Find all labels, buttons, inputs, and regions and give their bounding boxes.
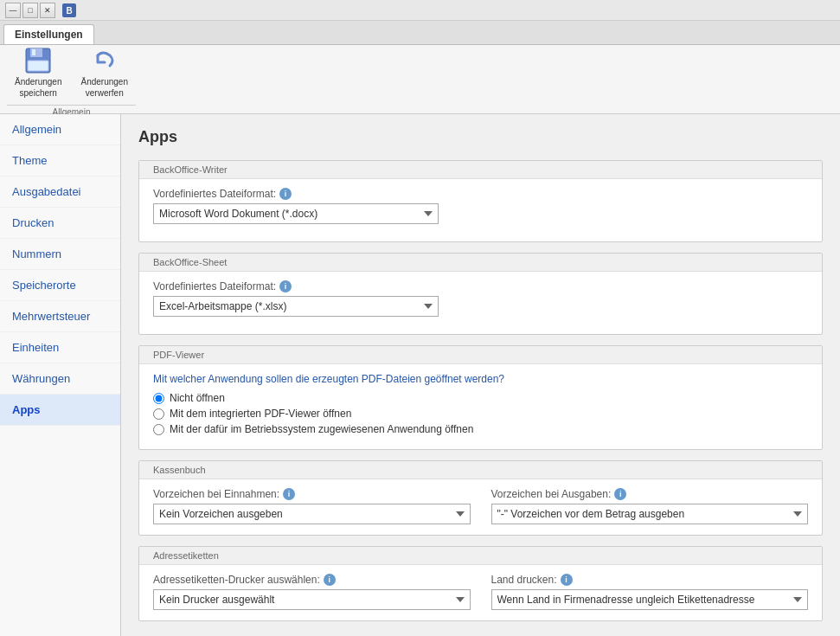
backoffice-writer-label: BackOffice-Writer: [139, 161, 822, 179]
sheet-format-select[interactable]: Excel-Arbeitsmappe (*.xlsx) OpenDocument…: [153, 296, 439, 317]
backoffice-writer-section: BackOffice-Writer Vordefiniertes Dateifo…: [138, 160, 823, 242]
undo-icon: [91, 47, 119, 74]
writer-format-info-icon[interactable]: i: [279, 188, 292, 200]
tab-einstellungen[interactable]: Einstellungen: [3, 24, 94, 44]
sidebar-item-einheiten[interactable]: Einheiten: [0, 332, 120, 363]
pdf-option-system: Mit der dafür im Betriebssystem zugewies…: [153, 423, 808, 435]
pdf-radio-system[interactable]: [153, 424, 164, 435]
writer-format-label: Vordefiniertes Dateiformat: i: [153, 188, 808, 200]
close-button[interactable]: ✕: [40, 3, 55, 18]
ausgaben-col: Vorzeichen bei Ausgaben: i Kein Vorzeich…: [491, 488, 809, 524]
kassenbuch-fields: Vorzeichen bei Einnahmen: i Kein Vorzeic…: [153, 488, 808, 524]
pdf-question: Mit welcher Anwendung sollen die erzeugt…: [153, 373, 808, 385]
pdf-radio-not-open[interactable]: [153, 393, 164, 404]
drucker-select[interactable]: Kein Drucker ausgewählt: [153, 589, 471, 610]
sidebar-item-theme[interactable]: Theme: [0, 145, 120, 177]
sidebar-item-apps[interactable]: Apps: [0, 395, 120, 426]
pdf-viewer-label: PDF-Viewer: [139, 346, 822, 364]
writer-format-field: Vordefiniertes Dateiformat: i Microsoft …: [153, 188, 808, 224]
svg-text:B: B: [66, 6, 72, 16]
pdf-radio-integrated[interactable]: [153, 408, 164, 420]
title-bar: — □ ✕ B: [0, 0, 840, 21]
sheet-format-label: Vordefiniertes Dateiformat: i: [153, 280, 808, 292]
discard-label: Änderungen verwerfen: [81, 76, 129, 99]
ausgaben-info-icon[interactable]: i: [614, 488, 626, 500]
svg-rect-5: [28, 61, 48, 71]
pdf-label-system[interactable]: Mit der dafür im Betriebssystem zugewies…: [170, 423, 473, 435]
ausgaben-select[interactable]: Kein Vorzeichen ausgeben "+" Vorzeichen …: [491, 504, 809, 524]
land-info-icon[interactable]: i: [561, 574, 573, 586]
svg-rect-4: [32, 49, 35, 55]
writer-format-select[interactable]: Microsoft Word Dokument (*.docx) OpenDoc…: [153, 203, 439, 224]
land-label: Land drucken: i: [491, 574, 809, 586]
content-area: Apps BackOffice-Writer Vordefiniertes Da…: [121, 114, 840, 636]
sidebar-item-drucken[interactable]: Drucken: [0, 208, 120, 239]
sidebar-item-mehrwertsteuer[interactable]: Mehrwertsteuer: [0, 301, 120, 332]
drucker-label: Adressetiketten-Drucker auswählen: i: [153, 574, 471, 586]
adressetiketten-section: Adressetiketten Adressetiketten-Drucker …: [138, 546, 823, 621]
pdf-viewer-section: PDF-Viewer Mit welcher Anwendung sollen …: [138, 345, 823, 450]
save-icon: [24, 47, 52, 74]
sidebar: Allgemein Theme Ausgabedatei Drucken Num…: [0, 114, 121, 636]
einnahmen-col: Vorzeichen bei Einnahmen: i Kein Vorzeic…: [153, 488, 471, 524]
sheet-format-field: Vordefiniertes Dateiformat: i Excel-Arbe…: [153, 280, 808, 317]
land-select[interactable]: Wenn Land in Firmenadresse ungleich Etik…: [491, 589, 809, 610]
pdf-label-integrated[interactable]: Mit dem integrierten PDF-Viewer öffnen: [170, 408, 351, 420]
maximize-button[interactable]: □: [22, 3, 38, 18]
land-col: Land drucken: i Wenn Land in Firmenadres…: [491, 574, 809, 610]
ausgaben-label: Vorzeichen bei Ausgaben: i: [491, 488, 809, 500]
adressetiketten-label: Adressetiketten: [139, 547, 822, 565]
sidebar-item-waehrungen[interactable]: Währungen: [0, 363, 120, 395]
save-label: Änderungen speichern: [15, 76, 62, 99]
sidebar-item-ausgabedatei[interactable]: Ausgabedatei: [0, 177, 120, 208]
einnahmen-select[interactable]: Kein Vorzeichen ausgeben "+" Vorzeichen …: [153, 504, 471, 524]
pdf-option-not-open: Nicht öffnen: [153, 392, 808, 404]
toolbar: Änderungen speichern Änderungen verwerfe…: [0, 45, 840, 114]
save-button[interactable]: Änderungen speichern: [7, 42, 70, 103]
pdf-option-integrated: Mit dem integrierten PDF-Viewer öffnen: [153, 408, 808, 420]
drucker-col: Adressetiketten-Drucker auswählen: i Kei…: [153, 574, 471, 610]
sidebar-item-speicherorte[interactable]: Speicherorte: [0, 270, 120, 301]
discard-button[interactable]: Änderungen verwerfen: [74, 42, 137, 103]
minimize-button[interactable]: —: [5, 3, 21, 18]
adressetiketten-fields: Adressetiketten-Drucker auswählen: i Kei…: [153, 574, 808, 610]
kassenbuch-label: Kassenbuch: [139, 461, 822, 479]
sidebar-item-nummern[interactable]: Nummern: [0, 239, 120, 270]
app-logo-icon: B: [62, 3, 76, 17]
drucker-info-icon[interactable]: i: [324, 574, 336, 586]
main-layout: Allgemein Theme Ausgabedatei Drucken Num…: [0, 114, 840, 636]
kassenbuch-section: Kassenbuch Vorzeichen bei Einnahmen: i K…: [138, 460, 823, 536]
sheet-format-info-icon[interactable]: i: [279, 280, 292, 292]
pdf-label-not-open[interactable]: Nicht öffnen: [170, 392, 225, 404]
page-title: Apps: [138, 128, 823, 146]
backoffice-sheet-label: BackOffice-Sheet: [139, 254, 822, 272]
einnahmen-label: Vorzeichen bei Einnahmen: i: [153, 488, 471, 500]
einnahmen-info-icon[interactable]: i: [283, 488, 295, 500]
sidebar-item-allgemein[interactable]: Allgemein: [0, 114, 120, 145]
backoffice-sheet-section: BackOffice-Sheet Vordefiniertes Dateifor…: [138, 253, 823, 335]
